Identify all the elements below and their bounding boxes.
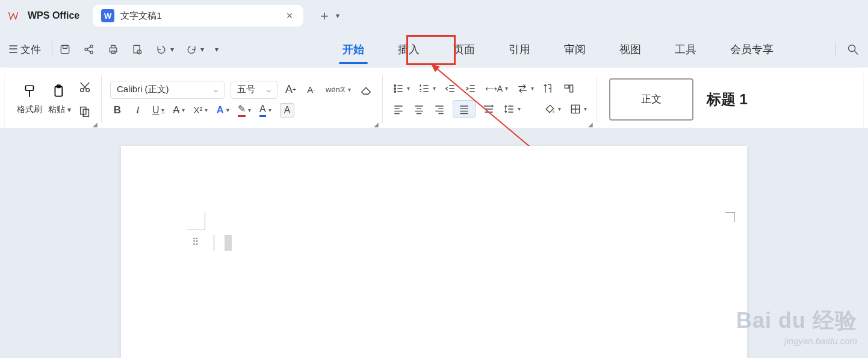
tab-review[interactable]: 审阅 [560, 37, 589, 61]
close-tab-icon[interactable]: × [284, 10, 296, 22]
drag-handle-icon[interactable]: ⠿ [192, 236, 198, 248]
text-effects-button[interactable]: A▾ [215, 102, 230, 118]
bucket-icon [544, 103, 556, 115]
tab-tools[interactable]: 工具 [671, 37, 700, 61]
borders-button[interactable]: ▾ [568, 101, 588, 117]
bullets-icon [392, 83, 405, 95]
qat-more-icon[interactable]: ▾ [215, 45, 219, 54]
chevron-down-icon[interactable]: ▾ [200, 45, 204, 54]
grow-font-button[interactable]: A+ [284, 82, 298, 98]
svg-rect-8 [134, 45, 140, 53]
hamburger-icon: ☰ [8, 43, 18, 56]
tab-view[interactable]: 视图 [616, 37, 645, 61]
font-name-select[interactable]: Calibri (正文) ⌵ [110, 81, 225, 99]
shrink-font-button[interactable]: A- [304, 82, 318, 98]
group-launcher-icon[interactable]: ◢ [93, 121, 98, 128]
format-painter-button[interactable]: 格式刷 [17, 84, 42, 115]
format-painter-icon [22, 84, 37, 102]
file-label: 文件 [20, 43, 41, 57]
copy-button[interactable] [77, 104, 93, 119]
tab-page[interactable]: 页面 [450, 37, 479, 61]
chevron-down-icon[interactable]: ▾ [336, 11, 339, 20]
align-left-button[interactable] [391, 101, 406, 117]
document-page[interactable]: ⠿ [121, 146, 747, 358]
tab-insert[interactable]: 插入 [394, 37, 423, 61]
distribute-icon [483, 103, 495, 115]
numbering-icon [418, 83, 430, 95]
italic-button[interactable]: I [131, 102, 145, 118]
font-size-value: 五号 [237, 84, 255, 95]
text-direction-button[interactable]: ▾ [515, 81, 535, 96]
chevron-down-icon[interactable]: ▾ [170, 45, 174, 54]
numbering-button[interactable]: ▾ [417, 81, 437, 96]
bullets-button[interactable]: ▾ [391, 81, 411, 96]
shading-button[interactable]: ▾ [542, 101, 562, 117]
highlight-color-button[interactable]: ✎▾ [237, 102, 252, 118]
undo-button[interactable]: ▾ [155, 43, 174, 56]
print-icon[interactable] [107, 43, 120, 56]
underline-button[interactable]: U▾ [151, 102, 166, 118]
search-button[interactable] [835, 42, 860, 57]
font-color-button[interactable]: A▾ [258, 102, 273, 118]
align-left-icon [392, 103, 405, 115]
svg-rect-21 [565, 85, 569, 88]
title-bar: WPS Office W 文字文稿1 × ＋ ▾ [0, 0, 868, 31]
sort-icon [542, 83, 554, 95]
strikethrough-button[interactable]: A▾ [172, 102, 186, 118]
svg-point-20 [394, 90, 396, 92]
line-spacing-button[interactable]: ▾ [502, 101, 522, 117]
cut-button[interactable] [77, 80, 93, 95]
tab-start[interactable]: 开始 [339, 37, 368, 61]
share-icon[interactable] [82, 43, 96, 56]
font-size-select[interactable]: 五号 ⌵ [231, 81, 277, 99]
svg-rect-6 [111, 45, 116, 48]
sort-button[interactable] [541, 81, 556, 96]
clipboard-group: 格式刷 粘贴 ▾ ◢ [11, 72, 99, 127]
style-normal[interactable]: 正文 [609, 78, 693, 121]
search-icon [846, 43, 860, 56]
direction-icon [516, 83, 529, 95]
save-icon[interactable] [58, 43, 72, 56]
svg-rect-22 [570, 85, 573, 92]
character-shading-button[interactable]: A [279, 102, 296, 118]
svg-point-18 [394, 84, 396, 86]
font-group: Calibri (正文) ⌵ 五号 ⌵ A+ A- wén文▾ B I U▾ A… [104, 72, 380, 127]
align-right-button[interactable] [432, 101, 447, 117]
app-name: WPS Office [28, 10, 79, 21]
borders-icon [569, 103, 581, 115]
plus-icon: ＋ [318, 7, 331, 25]
bold-button[interactable]: B [110, 102, 125, 118]
clear-format-button[interactable] [358, 82, 374, 98]
margin-corner-tr [725, 212, 735, 222]
character-scale-button[interactable]: ⟷A▾ [484, 81, 509, 96]
quick-access-toolbar: ▾ ▾ ▾ [58, 43, 219, 56]
increase-indent-button[interactable] [463, 81, 478, 96]
superscript-button[interactable]: X²▾ [192, 102, 209, 118]
group-launcher-icon[interactable]: ◢ [374, 121, 379, 128]
distribute-button[interactable] [482, 101, 496, 117]
redo-icon [185, 43, 198, 56]
align-center-button[interactable] [412, 101, 426, 117]
group-launcher-icon[interactable]: ◢ [588, 121, 593, 128]
file-menu[interactable]: ☰ 文件 [8, 43, 46, 57]
show-marks-button[interactable] [562, 81, 576, 96]
style-heading1[interactable]: 标题 1 [707, 90, 748, 109]
font-color-icon: A [259, 104, 266, 117]
outdent-icon [444, 83, 456, 95]
margin-corner-tl [187, 212, 205, 230]
tab-reference[interactable]: 引用 [505, 37, 534, 61]
print-preview-icon[interactable] [131, 43, 144, 56]
chevron-down-icon: ⌵ [214, 86, 218, 94]
undo-icon [155, 43, 168, 56]
tab-member[interactable]: 会员专享 [727, 37, 777, 61]
document-tab[interactable]: W 文字文稿1 × [93, 5, 303, 27]
phonetic-guide-button[interactable]: wén文▾ [324, 82, 352, 98]
align-justify-button[interactable] [453, 100, 476, 118]
svg-point-10 [849, 45, 855, 52]
wps-logo-icon [7, 10, 19, 22]
redo-button[interactable]: ▾ [185, 43, 204, 56]
paste-button[interactable]: 粘贴 ▾ [48, 84, 71, 115]
decrease-indent-button[interactable] [443, 81, 457, 96]
new-tab-button[interactable]: ＋ ▾ [318, 7, 339, 25]
scissors-icon [78, 81, 91, 94]
